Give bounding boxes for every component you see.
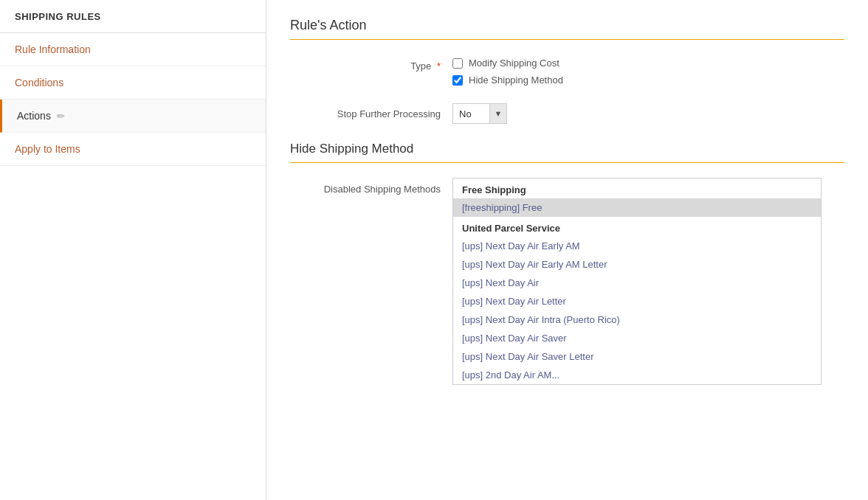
disabled-methods-row: Disabled Shipping Methods Free Shipping[… xyxy=(290,178,844,385)
type-row: Type * Modify Shipping Cost Hide Shippin… xyxy=(290,58,844,91)
modify-shipping-row: Modify Shipping Cost xyxy=(452,58,844,69)
type-label: Type * xyxy=(290,58,452,72)
methods-item-ups_1da[interactable]: [ups] Next Day Air Early AM xyxy=(453,237,821,255)
modify-shipping-label[interactable]: Modify Shipping Cost xyxy=(469,58,559,69)
sidebar-item-conditions[interactable]: Conditions xyxy=(0,66,266,100)
sidebar-item-label: Conditions xyxy=(15,77,63,88)
sidebar-item-label: Apply to Items xyxy=(15,143,80,155)
sub-section-divider xyxy=(290,162,844,163)
methods-item-ups_1dapi[interactable]: [ups] Next Day Air Intra (Puerto Rico) xyxy=(453,310,821,329)
section-title: Rule's Action xyxy=(290,18,844,33)
stop-further-dropdown-btn[interactable]: ▼ xyxy=(489,103,507,124)
methods-item-ups_1dsl[interactable]: [ups] Next Day Air Saver Letter xyxy=(453,347,821,366)
methods-item-ups_1dml[interactable]: [ups] Next Day Air Early AM Letter xyxy=(453,255,821,274)
modify-shipping-checkbox[interactable] xyxy=(452,58,463,69)
methods-item-ups_2dml[interactable]: [ups] 2nd Day Air AM... xyxy=(453,366,821,384)
disabled-methods-label: Disabled Shipping Methods xyxy=(290,178,452,195)
methods-item-freeshipping_free[interactable]: [freeshipping] Free xyxy=(453,198,821,217)
edit-icon: ✏ xyxy=(57,111,65,122)
sidebar: SHIPPING RULES Rule InformationCondition… xyxy=(0,0,266,500)
methods-group-header: United Parcel Service xyxy=(453,217,821,237)
sidebar-item-apply-to-items[interactable]: Apply to Items xyxy=(0,133,266,166)
sidebar-item-actions[interactable]: Actions✏ xyxy=(0,100,266,133)
sidebar-title: SHIPPING RULES xyxy=(15,11,101,22)
sidebar-header: SHIPPING RULES xyxy=(0,0,266,33)
sidebar-item-rule-information[interactable]: Rule Information xyxy=(0,33,266,66)
type-controls: Modify Shipping Cost Hide Shipping Metho… xyxy=(452,58,844,91)
sidebar-item-label: Actions xyxy=(17,110,51,122)
methods-item-ups_1dl[interactable]: [ups] Next Day Air Letter xyxy=(453,292,821,310)
stop-further-label: Stop Further Processing xyxy=(290,108,452,119)
stop-further-value: No xyxy=(452,103,489,124)
methods-list[interactable]: Free Shipping[freeshipping] FreeUnited P… xyxy=(452,178,822,385)
hide-shipping-checkbox[interactable] xyxy=(452,75,463,86)
hide-shipping-label[interactable]: Hide Shipping Method xyxy=(469,74,563,86)
methods-item-ups_1dp[interactable]: [ups] Next Day Air xyxy=(453,274,821,292)
sidebar-item-label: Rule Information xyxy=(15,44,91,55)
sub-section-title: Hide Shipping Method xyxy=(290,142,844,156)
methods-item-ups_1ds[interactable]: [ups] Next Day Air Saver xyxy=(453,329,821,347)
stop-further-row: Stop Further Processing No ▼ xyxy=(290,103,844,124)
stop-further-select-wrapper: No ▼ xyxy=(452,103,507,124)
methods-group-header: Free Shipping xyxy=(453,178,821,198)
section-divider xyxy=(290,39,844,40)
main-content: Rule's Action Type * Modify Shipping Cos… xyxy=(266,0,868,500)
hide-shipping-row: Hide Shipping Method xyxy=(452,74,844,86)
required-star: * xyxy=(437,60,441,72)
